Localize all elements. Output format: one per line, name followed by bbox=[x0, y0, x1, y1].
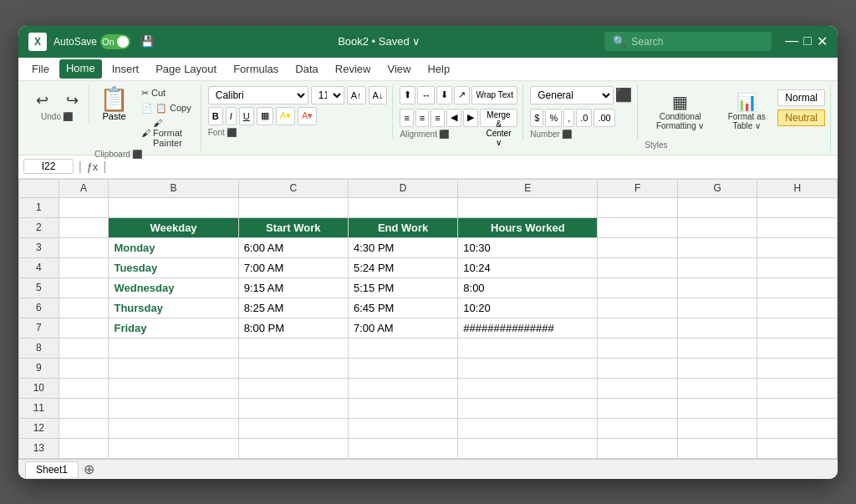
sheet-cell[interactable]: Hours Worked bbox=[458, 217, 598, 237]
autosave-toggle[interactable]: On bbox=[100, 34, 130, 49]
sheet-cell[interactable]: ############### bbox=[458, 318, 598, 338]
align-top-button[interactable]: ⬆ bbox=[400, 86, 415, 104]
menu-help[interactable]: Help bbox=[420, 60, 456, 78]
decrease-indent-button[interactable]: ◀ bbox=[446, 109, 461, 127]
undo-button[interactable]: ↩ bbox=[28, 89, 55, 113]
sheet-cell[interactable] bbox=[238, 378, 348, 398]
highlight-color-button[interactable]: A▾ bbox=[276, 107, 295, 125]
font-size-select[interactable]: 11 bbox=[311, 86, 344, 104]
copy-button[interactable]: 📄 📋 Copy bbox=[137, 101, 197, 115]
sheet-cell[interactable]: 10:30 bbox=[458, 237, 598, 257]
sheet-cell[interactable]: Thursday bbox=[109, 298, 238, 318]
align-right-button[interactable]: ≡ bbox=[431, 109, 444, 127]
sheet-cell[interactable] bbox=[757, 237, 838, 257]
redo-button[interactable]: ↪ bbox=[59, 89, 85, 113]
sheet-cell[interactable] bbox=[458, 378, 598, 398]
col-header-h[interactable]: H bbox=[757, 179, 838, 197]
sheet-cell[interactable] bbox=[757, 197, 838, 217]
sheet-cell[interactable] bbox=[109, 358, 238, 378]
sheet-cell[interactable] bbox=[598, 358, 678, 378]
sheet-cell[interactable] bbox=[598, 438, 678, 458]
increase-decimal-button[interactable]: .00 bbox=[594, 109, 614, 127]
col-header-c[interactable]: C bbox=[238, 179, 348, 197]
formula-input[interactable] bbox=[111, 160, 833, 174]
sheet-cell[interactable] bbox=[59, 318, 109, 338]
minimize-button[interactable]: — bbox=[785, 33, 798, 49]
sheet-cell[interactable] bbox=[757, 418, 838, 438]
col-header-a[interactable]: A bbox=[59, 179, 109, 197]
sheet-cell[interactable] bbox=[458, 438, 598, 458]
sheet-cell[interactable] bbox=[59, 438, 109, 458]
font-name-select[interactable]: Calibri bbox=[208, 86, 308, 104]
font-grow-button[interactable]: A↑ bbox=[347, 86, 366, 104]
search-box[interactable]: 🔍 bbox=[604, 32, 772, 51]
sheet-cell[interactable]: 8:25 AM bbox=[238, 298, 348, 318]
sheet-cell[interactable]: Friday bbox=[109, 318, 238, 338]
sheet-cell[interactable] bbox=[238, 398, 348, 418]
align-middle-button[interactable]: ↔ bbox=[417, 86, 435, 104]
sheet-cell[interactable] bbox=[598, 257, 678, 277]
wrap-text-button[interactable]: Wrap Text bbox=[471, 86, 517, 104]
sheet-cell[interactable] bbox=[757, 298, 838, 318]
sheet-cell[interactable] bbox=[109, 197, 238, 217]
maximize-button[interactable]: □ bbox=[803, 33, 812, 49]
sheet-cell[interactable] bbox=[109, 438, 238, 458]
sheet-cell[interactable]: Weekday bbox=[109, 217, 238, 237]
col-header-e[interactable]: E bbox=[458, 179, 598, 197]
sheet-cell[interactable] bbox=[59, 277, 109, 298]
sheet-cell[interactable] bbox=[238, 358, 348, 378]
sheet-cell[interactable] bbox=[238, 197, 348, 217]
sheet-cell[interactable] bbox=[757, 338, 838, 358]
sheet-cell[interactable] bbox=[59, 418, 109, 438]
sheet-cell[interactable] bbox=[677, 277, 757, 298]
sheet-cell[interactable]: 6:00 AM bbox=[238, 237, 348, 257]
sheet-cell[interactable]: 4:30 PM bbox=[348, 237, 457, 257]
sheet-cell[interactable] bbox=[598, 237, 678, 257]
sheet-cell[interactable] bbox=[348, 358, 457, 378]
sheet-cell[interactable] bbox=[348, 418, 457, 438]
sheet-cell[interactable] bbox=[59, 237, 109, 257]
close-button[interactable]: ✕ bbox=[817, 33, 828, 49]
sheet-cell[interactable]: 8:00 PM bbox=[238, 318, 348, 338]
col-header-b[interactable]: B bbox=[109, 179, 238, 197]
sheet-cell[interactable]: 7:00 AM bbox=[348, 318, 457, 338]
sheet-cell[interactable] bbox=[757, 378, 838, 398]
cell-reference-box[interactable] bbox=[23, 159, 74, 174]
sheet-cell[interactable] bbox=[598, 418, 678, 438]
sheet-cell[interactable]: End Work bbox=[348, 217, 457, 237]
sheet-cell[interactable] bbox=[458, 398, 598, 418]
sheet-cell[interactable] bbox=[677, 378, 757, 398]
align-bottom-button[interactable]: ⬇ bbox=[436, 86, 452, 104]
format-painter-button[interactable]: 🖌 🖌 Format Painter bbox=[137, 116, 197, 150]
align-left-button[interactable]: ≡ bbox=[400, 109, 413, 127]
sheet-cell[interactable] bbox=[348, 398, 457, 418]
paste-button[interactable]: 📋 Paste bbox=[94, 86, 134, 123]
sheet-cell[interactable] bbox=[458, 197, 598, 217]
sheet-cell[interactable] bbox=[59, 338, 109, 358]
number-format-select[interactable]: General bbox=[530, 86, 614, 104]
sheet-cell[interactable] bbox=[598, 318, 678, 338]
sheet-cell[interactable] bbox=[109, 378, 238, 398]
sheet-cell[interactable] bbox=[757, 277, 838, 298]
sheet-cell[interactable] bbox=[677, 237, 757, 257]
sheet-cell[interactable] bbox=[458, 418, 598, 438]
menu-data[interactable]: Data bbox=[288, 60, 324, 78]
conditional-formatting-button[interactable]: ▦ Conditional Formatting ∨ bbox=[645, 89, 716, 133]
menu-insert[interactable]: Insert bbox=[105, 60, 146, 78]
sheet-cell[interactable] bbox=[109, 398, 238, 418]
sheet-cell[interactable] bbox=[348, 438, 457, 458]
sheet-cell[interactable] bbox=[59, 398, 109, 418]
col-header-g[interactable]: G bbox=[677, 179, 757, 197]
menu-review[interactable]: Review bbox=[329, 60, 378, 78]
sheet-cell[interactable] bbox=[238, 418, 348, 438]
sheet-cell[interactable]: Wednesday bbox=[109, 277, 238, 298]
menu-file[interactable]: File bbox=[25, 60, 56, 78]
search-input[interactable] bbox=[631, 36, 763, 48]
sheet-cell[interactable] bbox=[458, 338, 598, 358]
sheet-cell[interactable] bbox=[598, 338, 678, 358]
sheet-cell[interactable] bbox=[677, 298, 757, 318]
text-direction-button[interactable]: ↗ bbox=[454, 86, 470, 104]
sheet-cell[interactable] bbox=[677, 197, 757, 217]
sheet-cell[interactable] bbox=[757, 217, 838, 237]
sheet-cell[interactable]: 5:24 PM bbox=[348, 257, 457, 277]
